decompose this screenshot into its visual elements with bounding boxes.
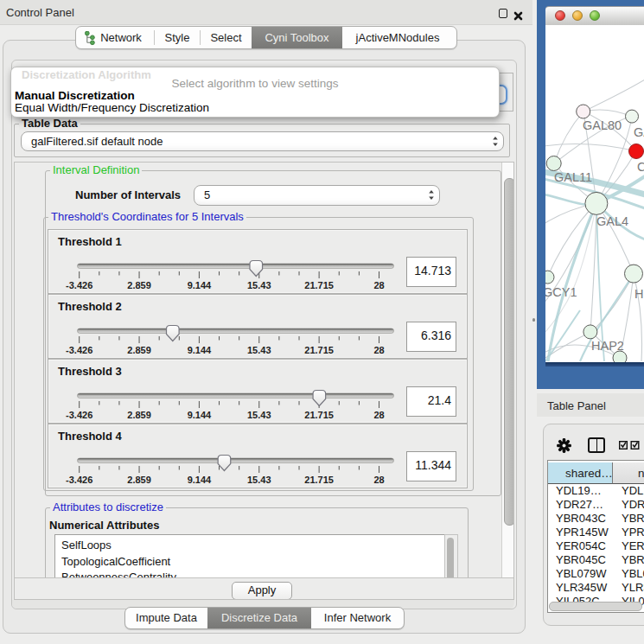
- svg-text:HAP2: HAP2: [591, 339, 624, 353]
- svg-text:GAL80: GAL80: [583, 118, 622, 132]
- svg-text:21.715: 21.715: [304, 410, 334, 420]
- svg-text:9.144: 9.144: [188, 345, 212, 355]
- svg-text:9.144: 9.144: [188, 475, 212, 485]
- svg-text:15.43: 15.43: [247, 345, 271, 355]
- svg-text:2.859: 2.859: [127, 475, 151, 485]
- svg-text:28: 28: [373, 280, 384, 290]
- svg-text:GCY1: GCY1: [545, 285, 577, 299]
- svg-text:C: C: [637, 160, 644, 174]
- svg-text:15.43: 15.43: [247, 410, 271, 420]
- svg-text:-3.426: -3.426: [66, 345, 92, 355]
- svg-text:2.859: 2.859: [127, 345, 151, 355]
- svg-text:9.144: 9.144: [188, 410, 212, 420]
- svg-text:-3.426: -3.426: [66, 410, 92, 420]
- svg-text:GAL4: GAL4: [596, 214, 628, 228]
- svg-text:28: 28: [373, 475, 384, 485]
- svg-text:H: H: [634, 287, 643, 301]
- svg-text:9.144: 9.144: [188, 280, 212, 290]
- svg-text:15.43: 15.43: [247, 475, 271, 485]
- svg-text:21.715: 21.715: [304, 345, 334, 355]
- svg-text:-3.426: -3.426: [66, 280, 92, 290]
- svg-text:2.859: 2.859: [127, 410, 151, 420]
- svg-text:GA: GA: [634, 125, 644, 139]
- svg-text:28: 28: [373, 410, 384, 420]
- svg-text:21.715: 21.715: [304, 475, 334, 485]
- svg-text:2.859: 2.859: [127, 280, 151, 290]
- svg-text:GAL11: GAL11: [554, 170, 592, 184]
- svg-text:21.715: 21.715: [304, 280, 334, 290]
- svg-text:28: 28: [373, 345, 384, 355]
- svg-text:15.43: 15.43: [247, 280, 271, 290]
- svg-text:-3.426: -3.426: [66, 475, 92, 485]
